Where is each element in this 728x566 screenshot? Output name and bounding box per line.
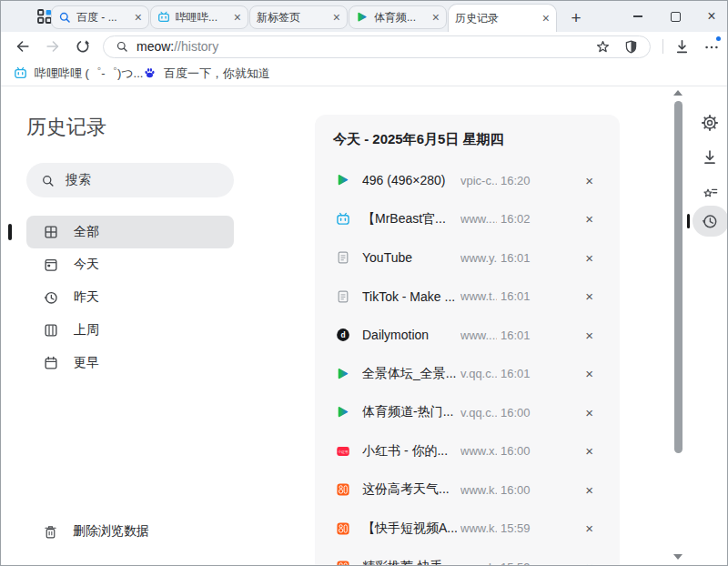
remove-entry-button[interactable]: × [585,289,593,303]
tab-new-tab-page[interactable]: 新标签页 × [249,5,348,29]
bookmark-baidu[interactable]: 百度一下，你就知道 [143,61,270,86]
tab-bilibili[interactable]: 哔哩哔... × [150,5,248,29]
history-row[interactable]: 这份高考天气... www.k... 16:00 × [315,470,620,510]
download-icon [701,148,719,167]
history-domain: www.k... [460,521,497,535]
tab-history-active[interactable]: 历史记录 × [448,4,557,32]
history-row[interactable]: TikTok - Make ... www.t... 16:01 × [315,278,620,317]
history-row[interactable]: 体育频道-热门... v.qq.c... 16:00 × [315,393,620,432]
gear-icon [701,114,719,132]
sidebar-item-label: 更早 [74,355,99,371]
remove-entry-button[interactable]: × [585,251,593,265]
history-title: 全景体坛_全景... [362,366,457,382]
remove-entry-button[interactable]: × [585,444,593,458]
scroll-up-arrow[interactable] [673,90,682,96]
page-title: 历史记录 [26,114,106,141]
forward-button[interactable] [45,38,61,55]
toolbar: meow: //history [1,32,728,61]
history-row[interactable]: YouTube www.y... 16:01 × [315,238,620,278]
page-icon [336,250,350,265]
sidebar-item-yesterday[interactable]: 昨天 [26,281,234,314]
history-row[interactable]: 496 (496×280) vpic-c... 16:20 × [315,161,620,200]
update-notification-dot [716,36,721,41]
close-icon: × [707,9,715,24]
sidebar-item-last-week[interactable]: 上周 [26,314,234,347]
history-group-title: 今天 - 2025年6月5日 星期四 [333,131,504,148]
calendar-icon [43,355,59,371]
history-time: 16:20 [500,174,541,187]
history-title: TikTok - Make ... [362,289,457,304]
remove-entry-button[interactable]: × [585,212,593,226]
history-time: 16:00 [500,444,541,458]
menu-button[interactable] [703,39,720,56]
window-close-button[interactable]: × [699,1,724,32]
sidebar-item-all[interactable]: 全部 [26,216,234,248]
remove-entry-button[interactable]: × [585,328,593,342]
rail-history-button[interactable] [701,212,719,230]
browser-window: 百度 - ... × 哔哩哔... × 新标签页 × 体育频... × 历史记录… [0,0,728,566]
sidebar-item-earlier[interactable]: 更早 [26,347,234,379]
history-row[interactable]: 【快手短视频A... www.k... 15:59 × [315,510,620,549]
bilibili-favicon-icon [14,66,27,80]
history-domain: www.y... [460,251,497,265]
history-row[interactable]: 小红书 - 你的... www.x... 16:00 × [315,432,620,471]
remove-entry-button[interactable]: × [585,561,593,566]
bookmark-bilibili[interactable]: 哔哩哔哩 (゜-゜)つ... [14,61,143,86]
tab-close-button[interactable]: × [542,12,550,25]
search-placeholder: 搜索 [66,172,91,188]
bookmarks-bar: 哔哩哔哩 (゜-゜)つ... 百度一下，你就知道 [1,61,728,86]
baidu-paw-icon [143,66,157,80]
downloads-button[interactable] [673,38,691,56]
minimize-button[interactable] [625,1,651,32]
tab-sports-channel[interactable]: 体育频... × [349,5,447,29]
tencent-video-favicon-icon [356,11,369,24]
sidebar-item-today[interactable]: 今天 [26,248,234,281]
tab-baidu[interactable]: 百度 - ... × [51,5,149,29]
vertical-scrollbar[interactable] [672,86,683,566]
shield-icon[interactable] [623,39,639,55]
history-row[interactable]: Dailymotion www.... 16:01 × [315,316,620,355]
back-button[interactable] [15,38,31,55]
rail-downloads-button[interactable] [701,148,719,167]
reload-button[interactable] [75,38,91,55]
dailymotion-icon [336,328,350,342]
tab-close-button[interactable]: × [135,11,142,24]
scroll-down-arrow[interactable] [673,554,682,560]
grid-icon [43,224,59,240]
maximize-button[interactable] [662,1,688,32]
tab-close-button[interactable]: × [234,11,241,24]
page-icon [336,289,350,304]
history-title: Dailymotion [362,328,457,342]
clear-browsing-data-label: 删除浏览数据 [73,523,149,540]
address-bar[interactable]: meow: //history [103,35,651,58]
tab-close-button[interactable]: × [333,11,340,24]
history-title: 【快手短视频A... [362,521,457,537]
bookmark-star-button[interactable] [595,39,611,55]
tencent-video-icon [336,173,350,187]
new-tab-button[interactable]: + [567,5,585,31]
tab-title: 哔哩哔... [176,10,230,25]
remove-entry-button[interactable]: × [585,406,593,419]
remove-entry-button[interactable]: × [585,521,593,535]
history-row[interactable]: 【MrBeast官... www.... 16:02 × [315,200,620,239]
kuaishou-icon [336,482,350,497]
history-search-input[interactable]: 搜索 [26,163,234,197]
sidebar-item-label: 昨天 [74,289,99,306]
history-row[interactable]: 全景体坛_全景... v.qq.c... 16:01 × [315,355,620,394]
remove-entry-button[interactable]: × [585,483,593,497]
clear-browsing-data-button[interactable]: 删除浏览数据 [26,518,149,545]
remove-entry-button[interactable]: × [585,367,593,380]
history-time: 16:01 [500,367,541,380]
history-domain: v.qq.c... [460,406,497,419]
history-domain: www.t... [460,289,497,303]
scrollbar-thumb[interactable] [674,101,682,453]
tab-close-button[interactable]: × [432,11,440,24]
history-row[interactable]: 精彩推荐-快手... www.k... 15:59 × [315,548,620,566]
settings-button[interactable] [701,114,719,132]
history-domain: vpic-c... [460,174,497,187]
rail-favorites-button[interactable] [701,183,719,201]
history-domain: v.qq.c... [460,367,497,380]
history-list: 496 (496×280) vpic-c... 16:20 × 【MrBeast… [315,161,620,566]
tab-title: 百度 - ... [76,10,131,25]
remove-entry-button[interactable]: × [585,174,593,187]
